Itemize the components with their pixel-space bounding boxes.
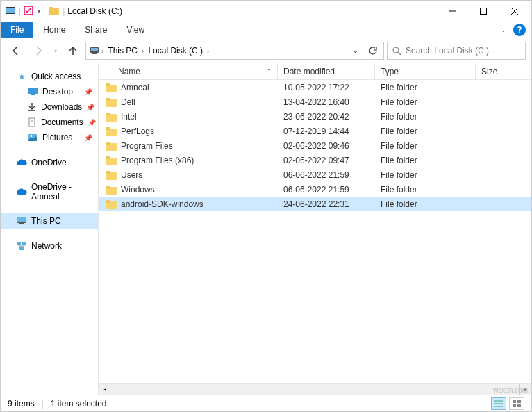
maximize-button[interactable]: [467, 1, 499, 21]
sidebar-item-quickaccess[interactable]: ★ Quick access: [1, 69, 98, 84]
sidebar-item-documents[interactable]: Documents 📌: [1, 115, 98, 130]
back-button[interactable]: [6, 41, 26, 60]
minimize-button[interactable]: [436, 1, 467, 21]
svg-rect-15: [31, 94, 35, 95]
file-type: File folder: [375, 97, 476, 107]
status-item-count: 9 items: [8, 399, 35, 409]
file-tab[interactable]: File: [1, 22, 33, 38]
forward-button[interactable]: [28, 41, 48, 60]
breadcrumb-thispc[interactable]: This PC: [105, 46, 140, 56]
main-area: ★ Quick access Desktop 📌 Downloads 📌 Doc…: [1, 63, 531, 395]
sidebar-item-network[interactable]: Network: [1, 238, 98, 254]
breadcrumb-localdisk[interactable]: Local Disk (C:): [145, 46, 206, 56]
svg-rect-10: [91, 48, 98, 51]
thumbnails-view-button[interactable]: [509, 397, 524, 410]
ribbon: File Home Share View ⌄ ?: [1, 22, 531, 38]
chevron-right-icon[interactable]: ›: [207, 47, 209, 55]
file-row[interactable]: Windows06-06-2022 21:59File folder: [99, 182, 531, 197]
svg-rect-30: [106, 98, 110, 101]
sidebar-label: Pictures: [42, 133, 72, 142]
file-name: Dell: [121, 97, 135, 107]
file-row[interactable]: android-SDK-windows24-06-2022 22:31File …: [99, 197, 531, 211]
pin-icon: 📌: [88, 119, 96, 126]
svg-rect-26: [19, 247, 24, 250]
file-date: 07-12-2019 14:44: [278, 126, 375, 136]
svg-point-20: [31, 135, 33, 138]
sidebar-item-downloads[interactable]: Downloads 📌: [1, 99, 98, 115]
search-placeholder: Search Local Disk (C:): [406, 46, 489, 56]
refresh-button[interactable]: [364, 42, 381, 59]
svg-rect-38: [106, 156, 110, 159]
status-selected-count: 1 item selected: [51, 399, 107, 409]
column-name[interactable]: Name⌃: [99, 63, 278, 79]
pin-icon: 📌: [84, 88, 92, 96]
pc-icon: [89, 45, 100, 56]
file-row[interactable]: Dell13-04-2022 16:40File folder: [99, 94, 531, 109]
column-date[interactable]: Date modified: [278, 63, 375, 79]
downloads-icon: [27, 101, 37, 113]
up-button[interactable]: [63, 41, 83, 60]
file-name: Program Files (x86): [121, 156, 194, 165]
file-date: 06-06-2022 21:59: [278, 170, 375, 180]
share-tab[interactable]: Share: [75, 22, 117, 38]
help-button[interactable]: ?: [513, 24, 526, 36]
file-row[interactable]: Amneal10-05-2022 17:22File folder: [99, 80, 531, 94]
file-row[interactable]: Program Files (x86)02-06-2022 09:47File …: [99, 153, 531, 167]
file-row[interactable]: Users06-06-2022 21:59File folder: [99, 167, 531, 182]
chevron-right-icon[interactable]: ›: [142, 47, 144, 55]
desktop-icon: [27, 86, 38, 97]
file-date: 02-06-2022 09:46: [278, 141, 375, 151]
svg-rect-36: [106, 142, 110, 145]
svg-rect-32: [106, 113, 110, 115]
svg-rect-44: [106, 200, 110, 203]
pin-icon: 📌: [84, 134, 92, 142]
svg-rect-14: [28, 88, 38, 94]
sidebar-item-thispc[interactable]: This PC: [1, 213, 98, 229]
file-date: 13-04-2022 16:40: [278, 97, 375, 107]
qat-dropdown-icon[interactable]: ▾: [35, 8, 43, 15]
scroll-left-button[interactable]: ◂: [99, 384, 110, 395]
file-type: File folder: [375, 199, 476, 209]
svg-rect-34: [106, 127, 110, 130]
address-bar[interactable]: › This PC › Local Disk (C:) › ⌄: [85, 42, 384, 60]
file-type: File folder: [375, 156, 476, 165]
file-type: File folder: [375, 170, 476, 180]
pc-icon: [16, 215, 27, 226]
file-name: Users: [121, 170, 142, 180]
cloud-icon: [16, 186, 27, 197]
column-size[interactable]: Size: [476, 63, 531, 79]
column-headers: Name⌃ Date modified Type Size: [99, 63, 531, 80]
close-button[interactable]: [499, 1, 530, 21]
recent-dropdown[interactable]: ▾: [51, 41, 60, 60]
file-row[interactable]: Program Files02-06-2022 09:46File folder: [99, 138, 531, 153]
column-type[interactable]: Type: [375, 63, 476, 79]
sidebar-item-onedrive[interactable]: OneDrive: [1, 155, 98, 170]
qat-separator: |: [17, 6, 22, 16]
view-tab[interactable]: View: [117, 22, 154, 38]
details-view-button[interactable]: [491, 397, 506, 410]
sidebar-label: OneDrive: [31, 158, 67, 167]
horizontal-scrollbar[interactable]: ◂ ▸: [99, 383, 531, 395]
svg-rect-3: [49, 8, 59, 15]
chevron-right-icon[interactable]: ›: [101, 47, 103, 55]
star-icon: ★: [16, 71, 27, 82]
properties-icon[interactable]: [24, 6, 33, 17]
scroll-track[interactable]: [110, 384, 519, 395]
cloud-icon: [16, 157, 27, 168]
home-tab[interactable]: Home: [33, 22, 75, 38]
file-list[interactable]: Amneal10-05-2022 17:22File folderDell13-…: [99, 80, 531, 383]
ribbon-expand-icon[interactable]: ⌄: [501, 26, 506, 33]
file-row[interactable]: Intel23-06-2022 20:42File folder: [99, 109, 531, 124]
sidebar-item-onedrive-amneal[interactable]: OneDrive - Amneal: [1, 180, 98, 204]
navigation-bar: ▾ › This PC › Local Disk (C:) › ⌄ Search…: [1, 38, 531, 63]
pictures-icon: [27, 132, 38, 143]
search-input[interactable]: Search Local Disk (C:): [387, 42, 526, 60]
svg-line-13: [398, 52, 401, 55]
svg-rect-4: [49, 7, 53, 9]
sidebar-item-desktop[interactable]: Desktop 📌: [1, 84, 98, 99]
file-name: android-SDK-windows: [121, 199, 203, 209]
sort-caret-icon: ⌃: [267, 68, 272, 74]
file-row[interactable]: PerfLogs07-12-2019 14:44File folder: [99, 124, 531, 138]
address-dropdown[interactable]: ⌄: [347, 42, 364, 59]
sidebar-item-pictures[interactable]: Pictures 📌: [1, 130, 98, 145]
